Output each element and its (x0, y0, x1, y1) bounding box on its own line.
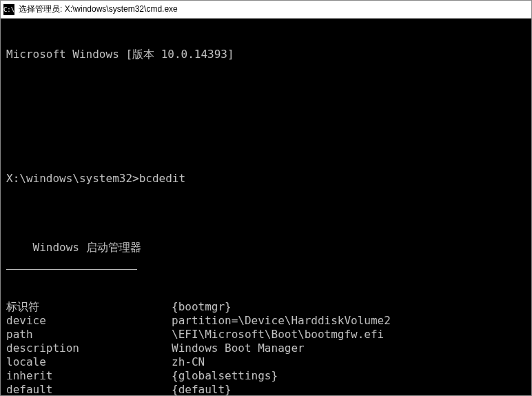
section1-rule (6, 269, 137, 270)
row-key: 标识符 (6, 300, 172, 314)
row-key: path (6, 328, 172, 341)
row-key: locale (6, 355, 172, 369)
row-key: default (6, 383, 172, 395)
prompt-line: X:\windows\system32>bcdedit (6, 172, 526, 186)
titlebar[interactable]: C:\ 选择管理员: X:\windows\system32\cmd.exe (1, 1, 531, 19)
output-row: descriptionWindows Boot Manager (6, 341, 526, 355)
output-row: 标识符{bootmgr} (6, 300, 526, 314)
row-value: {default} (172, 383, 526, 395)
output-row: inherit{globalsettings} (6, 369, 526, 383)
section1-rows: 标识符{bootmgr}devicepartition=\Device\Hard… (6, 300, 526, 395)
version-line: Microsoft Windows [版本 10.0.14393] (6, 48, 526, 61)
window-title: 选择管理员: X:\windows\system32\cmd.exe (19, 3, 178, 15)
row-value: {bootmgr} (172, 300, 526, 314)
row-key: device (6, 314, 172, 328)
output-row: default{default} (6, 383, 526, 395)
output-row: path\EFI\Microsoft\Boot\bootmgfw.efi (6, 328, 526, 341)
row-value: partition=\Device\HarddiskVolume2 (172, 314, 526, 328)
row-value: \EFI\Microsoft\Boot\bootmgfw.efi (172, 328, 526, 341)
output-row: localezh-CN (6, 355, 526, 369)
row-value: Windows Boot Manager (172, 341, 526, 355)
terminal-output[interactable]: Microsoft Windows [版本 10.0.14393] X:\win… (1, 19, 531, 395)
row-key: description (6, 341, 172, 355)
section1-title: Windows 启动管理器 (33, 241, 141, 255)
row-value: {globalsettings} (172, 369, 526, 383)
row-key: inherit (6, 369, 172, 383)
output-row: devicepartition=\Device\HarddiskVolume2 (6, 314, 526, 328)
row-value: zh-CN (172, 355, 526, 369)
cmd-icon: C:\ (3, 4, 14, 15)
cmd-window: C:\ 选择管理员: X:\windows\system32\cmd.exe M… (0, 0, 532, 396)
